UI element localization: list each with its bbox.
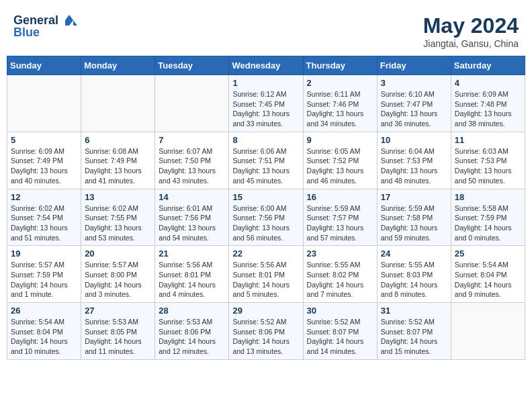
day-number: 29 — [232, 306, 299, 316]
day-number: 17 — [381, 192, 447, 202]
location-text: Jiangtai, Gansu, China — [423, 38, 519, 49]
cell-info: Sunrise: 6:07 AM Sunset: 7:50 PM Dayligh… — [159, 146, 225, 186]
svg-marker-0 — [61, 15, 77, 26]
calendar-cell: 14Sunrise: 6:01 AM Sunset: 7:56 PM Dayli… — [155, 189, 229, 246]
day-number: 22 — [232, 248, 299, 259]
logo-icon — [60, 13, 79, 28]
weekday-header-tuesday: Tuesday — [155, 56, 229, 75]
calendar-cell: 23Sunrise: 5:55 AM Sunset: 8:02 PM Dayli… — [303, 246, 377, 303]
cell-info: Sunrise: 6:00 AM Sunset: 7:56 PM Dayligh… — [232, 203, 299, 243]
day-number: 20 — [85, 248, 151, 259]
calendar-cell — [155, 75, 229, 132]
calendar-cell: 18Sunrise: 5:58 AM Sunset: 7:59 PM Dayli… — [451, 189, 525, 246]
day-number: 2 — [307, 78, 373, 88]
day-number: 28 — [159, 306, 225, 316]
calendar-cell: 26Sunrise: 5:54 AM Sunset: 8:04 PM Dayli… — [7, 303, 81, 360]
calendar-cell: 4Sunrise: 6:09 AM Sunset: 7:48 PM Daylig… — [451, 75, 525, 132]
cell-info: Sunrise: 6:02 AM Sunset: 7:54 PM Dayligh… — [11, 203, 77, 243]
cell-info: Sunrise: 5:56 AM Sunset: 8:01 PM Dayligh… — [232, 260, 299, 300]
week-row-4: 19Sunrise: 5:57 AM Sunset: 7:59 PM Dayli… — [7, 246, 525, 303]
day-number: 30 — [307, 306, 373, 316]
calendar-cell: 8Sunrise: 6:06 AM Sunset: 7:51 PM Daylig… — [229, 132, 303, 189]
cell-info: Sunrise: 6:09 AM Sunset: 7:49 PM Dayligh… — [11, 146, 77, 186]
logo: General Blue — [13, 13, 79, 40]
day-number: 31 — [381, 306, 447, 316]
page-header: General Blue May 2024 Jiangtai, Gansu, C… — [7, 7, 525, 52]
weekday-header-monday: Monday — [81, 56, 155, 75]
weekday-header-friday: Friday — [377, 56, 451, 75]
calendar-cell: 9Sunrise: 6:05 AM Sunset: 7:52 PM Daylig… — [303, 132, 377, 189]
calendar-cell — [451, 303, 525, 360]
cell-info: Sunrise: 6:02 AM Sunset: 7:55 PM Dayligh… — [85, 203, 151, 243]
calendar-cell: 10Sunrise: 6:04 AM Sunset: 7:53 PM Dayli… — [377, 132, 451, 189]
day-number: 1 — [232, 78, 299, 88]
day-number: 16 — [307, 192, 373, 202]
cell-info: Sunrise: 6:10 AM Sunset: 7:47 PM Dayligh… — [381, 89, 447, 129]
calendar-cell: 15Sunrise: 6:00 AM Sunset: 7:56 PM Dayli… — [229, 189, 303, 246]
calendar-cell: 13Sunrise: 6:02 AM Sunset: 7:55 PM Dayli… — [81, 189, 155, 246]
day-number: 10 — [381, 135, 447, 145]
cell-info: Sunrise: 5:57 AM Sunset: 8:00 PM Dayligh… — [85, 260, 151, 300]
day-number: 12 — [11, 192, 77, 202]
weekday-header-wednesday: Wednesday — [229, 56, 303, 75]
cell-info: Sunrise: 5:55 AM Sunset: 8:02 PM Dayligh… — [307, 260, 373, 300]
calendar-cell: 30Sunrise: 5:52 AM Sunset: 8:07 PM Dayli… — [303, 303, 377, 360]
day-number: 8 — [232, 135, 299, 145]
cell-info: Sunrise: 5:55 AM Sunset: 8:03 PM Dayligh… — [381, 260, 447, 300]
weekday-header-row: SundayMondayTuesdayWednesdayThursdayFrid… — [7, 56, 525, 75]
day-number: 25 — [455, 248, 521, 259]
cell-info: Sunrise: 6:12 AM Sunset: 7:45 PM Dayligh… — [232, 89, 299, 129]
cell-info: Sunrise: 5:59 AM Sunset: 7:58 PM Dayligh… — [381, 203, 447, 243]
calendar-cell: 20Sunrise: 5:57 AM Sunset: 8:00 PM Dayli… — [81, 246, 155, 303]
calendar-cell: 29Sunrise: 5:52 AM Sunset: 8:06 PM Dayli… — [229, 303, 303, 360]
day-number: 27 — [85, 306, 151, 316]
day-number: 19 — [11, 248, 77, 259]
day-number: 14 — [159, 192, 225, 202]
calendar-cell: 31Sunrise: 5:52 AM Sunset: 8:07 PM Dayli… — [377, 303, 451, 360]
weekday-header-saturday: Saturday — [451, 56, 525, 75]
weekday-header-sunday: Sunday — [7, 56, 81, 75]
calendar-cell: 25Sunrise: 5:54 AM Sunset: 8:04 PM Dayli… — [451, 246, 525, 303]
cell-info: Sunrise: 5:52 AM Sunset: 8:06 PM Dayligh… — [232, 317, 299, 357]
calendar-cell: 12Sunrise: 6:02 AM Sunset: 7:54 PM Dayli… — [7, 189, 81, 246]
day-number: 5 — [11, 135, 77, 145]
cell-info: Sunrise: 6:01 AM Sunset: 7:56 PM Dayligh… — [159, 203, 225, 243]
day-number: 21 — [159, 248, 225, 259]
calendar-cell: 6Sunrise: 6:08 AM Sunset: 7:49 PM Daylig… — [81, 132, 155, 189]
day-number: 6 — [85, 135, 151, 145]
calendar-cell: 16Sunrise: 5:59 AM Sunset: 7:57 PM Dayli… — [303, 189, 377, 246]
day-number: 15 — [232, 192, 299, 202]
cell-info: Sunrise: 6:05 AM Sunset: 7:52 PM Dayligh… — [307, 146, 373, 186]
cell-info: Sunrise: 6:03 AM Sunset: 7:53 PM Dayligh… — [455, 146, 521, 186]
cell-info: Sunrise: 5:59 AM Sunset: 7:57 PM Dayligh… — [307, 203, 373, 243]
day-number: 11 — [455, 135, 521, 145]
day-number: 7 — [159, 135, 225, 145]
calendar-cell — [7, 75, 81, 132]
calendar-cell: 7Sunrise: 6:07 AM Sunset: 7:50 PM Daylig… — [155, 132, 229, 189]
weekday-header-thursday: Thursday — [303, 56, 377, 75]
week-row-2: 5Sunrise: 6:09 AM Sunset: 7:49 PM Daylig… — [7, 132, 525, 189]
calendar-cell: 24Sunrise: 5:55 AM Sunset: 8:03 PM Dayli… — [377, 246, 451, 303]
cell-info: Sunrise: 6:08 AM Sunset: 7:49 PM Dayligh… — [85, 146, 151, 186]
day-number: 4 — [455, 78, 521, 88]
day-number: 18 — [455, 192, 521, 202]
cell-info: Sunrise: 6:11 AM Sunset: 7:46 PM Dayligh… — [307, 89, 373, 129]
cell-info: Sunrise: 5:56 AM Sunset: 8:01 PM Dayligh… — [159, 260, 225, 300]
calendar-cell: 27Sunrise: 5:53 AM Sunset: 8:05 PM Dayli… — [81, 303, 155, 360]
calendar-cell: 5Sunrise: 6:09 AM Sunset: 7:49 PM Daylig… — [7, 132, 81, 189]
calendar-cell: 1Sunrise: 6:12 AM Sunset: 7:45 PM Daylig… — [229, 75, 303, 132]
day-number: 9 — [307, 135, 373, 145]
month-title: May 2024 — [423, 13, 519, 38]
cell-info: Sunrise: 5:54 AM Sunset: 8:04 PM Dayligh… — [11, 317, 77, 357]
cell-info: Sunrise: 5:52 AM Sunset: 8:07 PM Dayligh… — [381, 317, 447, 357]
calendar-cell — [81, 75, 155, 132]
day-number: 26 — [11, 306, 77, 316]
cell-info: Sunrise: 5:53 AM Sunset: 8:06 PM Dayligh… — [159, 317, 225, 357]
cell-info: Sunrise: 5:54 AM Sunset: 8:04 PM Dayligh… — [455, 260, 521, 300]
cell-info: Sunrise: 5:58 AM Sunset: 7:59 PM Dayligh… — [455, 203, 521, 243]
day-number: 24 — [381, 248, 447, 259]
cell-info: Sunrise: 6:09 AM Sunset: 7:48 PM Dayligh… — [455, 89, 521, 129]
week-row-3: 12Sunrise: 6:02 AM Sunset: 7:54 PM Dayli… — [7, 189, 525, 246]
calendar-cell: 19Sunrise: 5:57 AM Sunset: 7:59 PM Dayli… — [7, 246, 81, 303]
calendar-cell: 28Sunrise: 5:53 AM Sunset: 8:06 PM Dayli… — [155, 303, 229, 360]
